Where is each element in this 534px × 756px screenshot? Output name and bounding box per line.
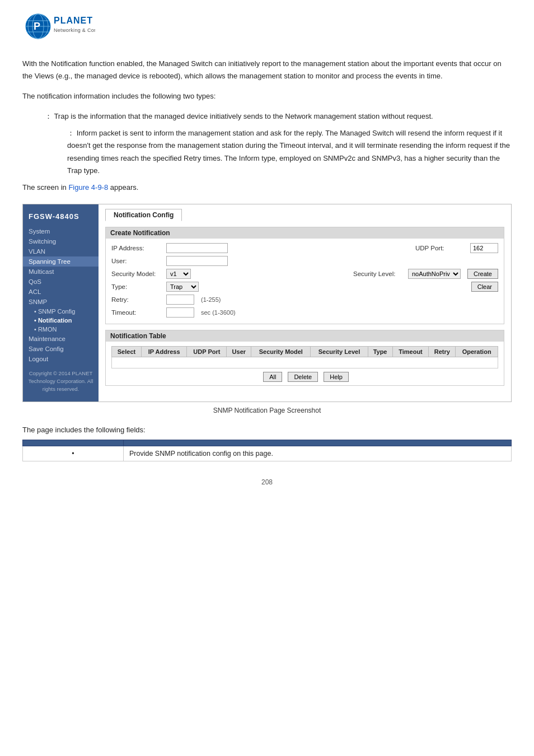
timeout-hint: sec (1-3600) — [201, 309, 236, 316]
svg-text:Networking & Communication: Networking & Communication — [54, 27, 95, 33]
sidebar-copyright: Copyright © 2014 PLANET Technology Corpo… — [23, 364, 99, 397]
user-input[interactable] — [166, 256, 228, 266]
sidebar-item-spanning-tree[interactable]: Spanning Tree — [23, 256, 99, 267]
notification-table-header: Notification Table — [106, 330, 504, 342]
sidebar-sub-snmp-config[interactable]: • SNMP Config — [23, 307, 99, 316]
bullet-inform: ： Inform packet is sent to inform the ma… — [67, 127, 512, 176]
sidebar: FGSW-4840S System Switching VLAN Spannin… — [23, 204, 99, 402]
tab-bar: Notification Config — [105, 209, 504, 221]
type-select[interactable]: Trap Inform — [166, 282, 199, 292]
sidebar-item-switching[interactable]: Switching — [23, 236, 99, 246]
sidebar-sub-rmon[interactable]: • RMON — [23, 325, 99, 334]
col-security-model: Security Model — [251, 346, 311, 357]
delete-button[interactable]: Delete — [288, 372, 318, 382]
udp-port-label: UDP Port: — [415, 245, 466, 251]
ip-address-input[interactable] — [166, 243, 228, 253]
table-actions: All Delete Help — [111, 372, 498, 382]
col-select: Select — [112, 346, 142, 357]
sidebar-item-save-config[interactable]: Save Config — [23, 344, 99, 354]
bullet-trap: ： Trap is the information that the manag… — [45, 110, 512, 123]
fields-col1-header — [23, 440, 124, 446]
security-model-select[interactable]: v1 v2c v3 — [166, 269, 191, 279]
planet-logo: P PLANET Networking & Communication — [22, 11, 95, 42]
col-udp-port: UDP Port — [187, 346, 227, 357]
tab-notification-config[interactable]: Notification Config — [105, 209, 182, 221]
figure-ref-suffix: appears. — [108, 183, 138, 192]
form-row-retry: Retry: (1-255) — [111, 295, 498, 305]
fields-table: • Provide SNMP notification config on th… — [22, 440, 512, 461]
sidebar-item-logout[interactable]: Logout — [23, 354, 99, 364]
bullet-inform-prefix: ： — [67, 129, 74, 137]
sidebar-item-multicast[interactable]: Multicast — [23, 267, 99, 277]
timeout-label: Timeout: — [111, 309, 162, 316]
main-content: Notification Config Create Notification … — [99, 204, 511, 402]
retry-label: Retry: — [111, 296, 162, 303]
notification-table: Select IP Address UDP Port User Security… — [111, 346, 498, 368]
form-row-timeout: Timeout: sec (1-3600) — [111, 307, 498, 318]
fields-bullet: • — [23, 446, 124, 461]
page-number: 208 — [22, 478, 512, 486]
retry-hint: (1-255) — [201, 296, 221, 303]
col-retry: Retry — [429, 346, 456, 357]
sidebar-item-acl[interactable]: ACL — [23, 287, 99, 297]
form-row-user: User: — [111, 256, 498, 266]
sidebar-item-qos[interactable]: QoS — [23, 277, 99, 287]
fields-table-row: • Provide SNMP notification config on th… — [23, 446, 512, 461]
table-row-empty — [112, 357, 498, 368]
notification-types-intro: The notification information includes th… — [22, 90, 512, 102]
bullet-inform-text: Inform packet is sent to inform the mana… — [67, 129, 510, 174]
udp-port-input[interactable] — [470, 243, 498, 253]
security-level-label: Security Level: — [353, 270, 404, 277]
notification-table-section: Notification Table Select IP Address UDP… — [105, 330, 504, 386]
fields-col2-header — [124, 440, 512, 446]
sidebar-sub-notification[interactable]: • Notification — [23, 316, 99, 325]
logo-area: P PLANET Networking & Communication — [22, 11, 512, 44]
security-level-select[interactable]: noAuthNoPriv authNoPriv authPriv — [408, 269, 461, 279]
screenshot-container: FGSW-4840S System Switching VLAN Spannin… — [22, 204, 512, 402]
user-label: User: — [111, 258, 162, 264]
clear-button[interactable]: Clear — [471, 282, 498, 292]
retry-input[interactable] — [166, 295, 194, 305]
type-label: Type: — [111, 283, 162, 290]
bullet-trap-text: Trap is the information that the managed… — [54, 112, 433, 120]
col-security-level: Security Level — [311, 346, 368, 357]
create-button[interactable]: Create — [467, 269, 498, 279]
all-button[interactable]: All — [263, 372, 282, 382]
security-model-label: Security Model: — [111, 270, 162, 277]
col-operation: Operation — [456, 346, 498, 357]
screenshot-caption: SNMP Notification Page Screenshot — [22, 407, 512, 414]
figure-ref-prefix: The screen in — [22, 183, 68, 192]
sidebar-item-vlan[interactable]: VLAN — [23, 246, 99, 256]
col-type: Type — [368, 346, 392, 357]
figure-link[interactable]: Figure 4-9-8 — [68, 183, 108, 192]
sidebar-item-snmp[interactable]: SNMP — [23, 297, 99, 307]
col-ip-address: IP Address — [141, 346, 186, 357]
col-user: User — [227, 346, 251, 357]
create-notification-header: Create Notification — [106, 227, 504, 239]
timeout-input[interactable] — [166, 307, 194, 318]
intro-para-1: With the Notification function enabled, … — [22, 58, 512, 82]
svg-text:PLANET: PLANET — [54, 16, 93, 25]
bullet-trap-prefix: ： — [45, 112, 52, 120]
sidebar-item-maintenance[interactable]: Maintenance — [23, 334, 99, 344]
create-notification-section: Create Notification IP Address: UDP Port… — [105, 227, 504, 324]
col-timeout: Timeout — [392, 346, 429, 357]
form-row-ip-udp: IP Address: UDP Port: — [111, 243, 498, 253]
fields-description: Provide SNMP notification config on this… — [124, 446, 512, 461]
svg-text:P: P — [34, 21, 40, 32]
form-row-security: Security Model: v1 v2c v3 Security Level… — [111, 269, 498, 279]
form-row-type: Type: Trap Inform Clear — [111, 282, 498, 292]
fields-intro: The page includes the following fields: — [22, 426, 512, 434]
sidebar-title: FGSW-4840S — [23, 209, 99, 226]
help-button[interactable]: Help — [324, 372, 349, 382]
ip-address-label: IP Address: — [111, 245, 162, 251]
sidebar-item-system[interactable]: System — [23, 226, 99, 236]
figure-ref-line: The screen in Figure 4-9-8 appears. — [22, 181, 512, 194]
